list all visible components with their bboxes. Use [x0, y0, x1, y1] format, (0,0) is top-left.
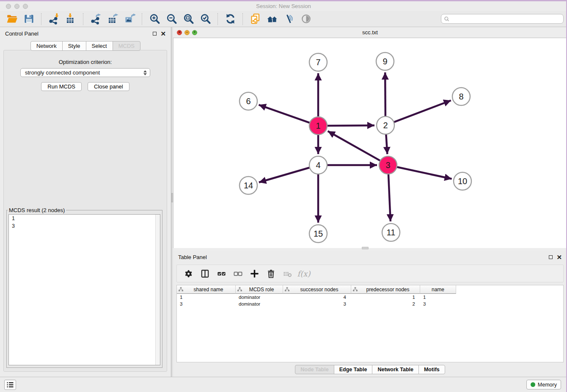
tab-motifs[interactable]: Motifs — [418, 365, 445, 374]
edge-3-11[interactable] — [388, 173, 391, 221]
node-1[interactable]: 1 — [309, 117, 327, 135]
column-header-predecessor-nodes[interactable]: predecessor nodes — [351, 285, 420, 294]
node-6[interactable]: 6 — [239, 92, 257, 110]
node-9[interactable]: 9 — [376, 52, 394, 70]
table-row[interactable]: 1dominator411 — [177, 294, 563, 301]
import-network-icon[interactable] — [47, 13, 60, 25]
column-header-successor-nodes[interactable]: successor nodes — [283, 285, 351, 294]
zoom-out-icon[interactable] — [165, 13, 178, 25]
tab-node-table[interactable]: Node Table — [295, 365, 334, 374]
gear-icon[interactable] — [183, 268, 194, 279]
node-7[interactable]: 7 — [309, 53, 327, 71]
float-panel-icon[interactable] — [153, 32, 157, 36]
column-header-shared-name[interactable]: shared name — [177, 285, 236, 294]
edge-2-8[interactable] — [393, 100, 451, 122]
column-header-name[interactable]: name — [420, 285, 456, 294]
column-header-mcds-role[interactable]: MCDS role — [236, 285, 283, 294]
tab-select[interactable]: Select — [86, 41, 113, 51]
table-cell: 3 — [283, 301, 351, 306]
criterion-dropdown[interactable]: strongly connected component — [20, 68, 150, 77]
network-close-button[interactable]: ✕ — [177, 30, 182, 35]
hide-details-icon[interactable] — [283, 13, 295, 25]
network-graph: 7968124314101511 — [173, 38, 567, 248]
deselect-all-icon[interactable] — [232, 268, 243, 279]
refresh-icon[interactable] — [224, 13, 237, 25]
node-label: 11 — [387, 228, 396, 237]
edge-1-6[interactable] — [259, 105, 311, 123]
export-table-icon[interactable] — [106, 13, 119, 25]
column-header-label: shared name — [183, 287, 234, 293]
search-icon — [444, 16, 450, 22]
export-network-icon[interactable] — [89, 13, 102, 25]
tab-edge-table[interactable]: Edge Table — [334, 365, 373, 374]
zoom-selected-icon[interactable] — [199, 13, 212, 25]
edge-2-9[interactable] — [385, 72, 385, 118]
node-11[interactable]: 11 — [382, 224, 400, 241]
eye-icon[interactable] — [300, 13, 312, 25]
add-column-icon[interactable] — [249, 268, 260, 279]
table-cell: dominator — [236, 301, 283, 306]
task-history-button[interactable] — [4, 380, 16, 390]
edge-2-3[interactable] — [386, 133, 387, 154]
split-columns-icon[interactable] — [199, 268, 210, 279]
table-panel-title: Table Panel — [178, 254, 207, 260]
result-line: 1 — [9, 215, 160, 222]
float-table-panel-icon[interactable] — [549, 255, 553, 259]
zoom-fit-icon[interactable] — [182, 13, 195, 25]
node-label: 3 — [385, 160, 390, 170]
node-8[interactable]: 8 — [452, 88, 470, 105]
network-canvas[interactable]: 7968124314101511 — [173, 38, 567, 248]
save-session-icon[interactable] — [22, 13, 35, 25]
tab-style[interactable]: Style — [62, 41, 86, 51]
search-input[interactable] — [450, 15, 563, 23]
network-minimize-button[interactable]: − — [184, 30, 190, 35]
result-scrollbar[interactable] — [155, 215, 160, 365]
node-label: 6 — [246, 97, 250, 106]
node-4[interactable]: 4 — [309, 156, 327, 174]
table-tabs: Node TableEdge TableNetwork TableMotifs — [173, 365, 567, 374]
node-label: 9 — [383, 57, 387, 66]
node-label: 14 — [244, 181, 253, 190]
tab-mcds[interactable]: MCDS — [113, 41, 140, 51]
memory-button[interactable]: Memory — [526, 380, 561, 389]
column-header-label: successor nodes — [289, 287, 349, 293]
select-all-icon[interactable] — [216, 268, 227, 279]
home-icon[interactable] — [266, 13, 278, 25]
open-session-icon[interactable] — [6, 13, 18, 25]
tab-network-table[interactable]: Network Table — [372, 365, 419, 374]
close-panel-icon[interactable]: ✕ — [160, 30, 166, 37]
window-title: Session: New Session — [0, 3, 567, 9]
table-body: 1dominator4113dominator323 — [177, 294, 563, 307]
edge-1-2[interactable] — [326, 125, 374, 126]
run-mcds-button[interactable]: Run MCDS — [41, 82, 82, 91]
column-tree-icon — [285, 287, 289, 292]
table-cell: 1 — [351, 295, 420, 300]
node-label: 8 — [459, 92, 463, 101]
network-window-title: scc.txt — [173, 29, 567, 36]
node-3[interactable]: 3 — [379, 156, 397, 174]
zoom-in-icon[interactable] — [148, 13, 161, 25]
close-table-panel-icon[interactable]: ✕ — [556, 254, 562, 260]
edge-3-10[interactable] — [396, 167, 452, 179]
search-field[interactable] — [441, 14, 564, 24]
control-panel: Control Panel ✕ NetworkStyleSelectMCDS O… — [0, 27, 171, 377]
import-table-icon[interactable] — [64, 13, 77, 25]
node-label: 7 — [316, 58, 320, 67]
table-row[interactable]: 3dominator323 — [177, 301, 563, 307]
node-10[interactable]: 10 — [454, 172, 471, 190]
delete-column-icon[interactable] — [265, 268, 276, 279]
node-14[interactable]: 14 — [239, 177, 257, 194]
close-panel-button[interactable]: Close panel — [88, 82, 129, 91]
tab-network[interactable]: Network — [30, 41, 63, 51]
edge-3-1[interactable] — [328, 131, 382, 161]
export-image-icon[interactable] — [123, 13, 136, 25]
clone-network-icon[interactable] — [249, 13, 261, 25]
edge-4-14[interactable] — [259, 167, 311, 182]
node-2[interactable]: 2 — [377, 116, 394, 134]
node-15[interactable]: 15 — [309, 225, 327, 243]
network-maximize-button[interactable]: + — [192, 30, 197, 35]
mcds-result-list: 13 — [8, 214, 160, 365]
horizontal-splitter-handle[interactable] — [362, 247, 369, 249]
control-panel-tabs: NetworkStyleSelectMCDS — [0, 41, 171, 51]
table-cell: 3 — [420, 301, 456, 306]
